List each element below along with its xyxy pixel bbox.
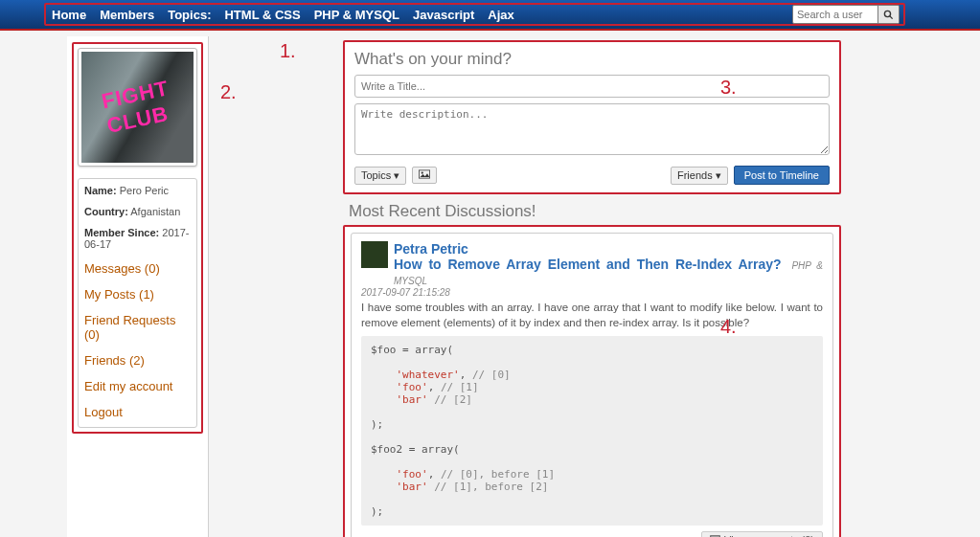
search-wrap	[792, 5, 900, 24]
profile-avatar[interactable]	[78, 48, 197, 167]
link-my-posts[interactable]: My Posts (1)	[84, 287, 191, 302]
discussion-card: Petra Petric How to Remove Array Element…	[351, 233, 833, 537]
svg-line-1	[890, 15, 893, 18]
annotation-3: 3.	[720, 77, 737, 99]
view-comments-button[interactable]: View comments (2)	[701, 531, 823, 537]
nav-topics-label: Topics:	[168, 8, 211, 22]
composer-heading: What's on your mind?	[354, 50, 830, 69]
top-navbar: Home Members Topics: HTML & CSS PHP & MY…	[0, 0, 980, 31]
profile-name-row: Name: Pero Peric	[84, 185, 191, 196]
link-messages[interactable]: Messages (0)	[84, 261, 191, 276]
nav-php-mysql[interactable]: PHP & MYSQL	[314, 8, 399, 22]
topics-dropdown[interactable]: Topics ▾	[354, 167, 406, 185]
discussion-timestamp: 2017-09-07 21:15:28	[361, 287, 823, 298]
post-button[interactable]: Post to Timeline	[734, 166, 830, 185]
annotation-box-4: Petra Petric How to Remove Array Element…	[343, 225, 841, 537]
title-input[interactable]	[354, 75, 830, 98]
left-column: Name: Pero Peric Country: Afganistan Mem…	[67, 36, 209, 537]
search-input[interactable]	[792, 5, 878, 24]
profile-info-card: Name: Pero Peric Country: Afganistan Mem…	[78, 178, 197, 428]
profile-since-row: Member Since: 2017-06-17	[84, 227, 191, 250]
profile-country-label: Country:	[84, 206, 128, 217]
discussion-body: I have some troubles with an array. I ha…	[361, 301, 823, 330]
composer-box: What's on your mind? Topics ▾ Friends ▾ …	[343, 40, 841, 194]
nav-members[interactable]: Members	[100, 8, 154, 22]
annotation-2: 2.	[220, 81, 237, 103]
image-icon	[419, 169, 430, 179]
link-logout[interactable]: Logout	[84, 405, 191, 419]
composer-controls: Topics ▾ Friends ▾ Post to Timeline	[354, 166, 830, 185]
annotation-1: 1.	[280, 40, 296, 62]
discussion-author[interactable]: Petra Petric	[394, 241, 823, 257]
nav-links: Home Members Topics: HTML & CSS PHP & MY…	[52, 8, 514, 22]
nav-home[interactable]: Home	[52, 8, 86, 22]
nav-javascript[interactable]: Javascript	[413, 8, 474, 22]
annotation-box-2: Name: Pero Peric Country: Afganistan Mem…	[72, 42, 203, 434]
profile-country-row: Country: Afganistan	[84, 206, 191, 217]
code-block: $foo = array( 'whatever', // [0] 'foo', …	[361, 336, 823, 526]
main-column: What's on your mind? Topics ▾ Friends ▾ …	[343, 36, 841, 537]
nav-ajax[interactable]: Ajax	[488, 8, 513, 22]
svg-point-0	[884, 11, 890, 16]
link-friend-requests[interactable]: Friend Requests (0)	[84, 313, 191, 342]
link-friends[interactable]: Friends (2)	[84, 353, 191, 368]
search-button[interactable]	[878, 5, 900, 24]
image-button[interactable]	[412, 167, 437, 184]
friends-dropdown[interactable]: Friends ▾	[671, 167, 728, 185]
search-icon	[883, 10, 894, 20]
description-textarea[interactable]	[354, 103, 830, 155]
profile-name-value: Pero Peric	[120, 185, 169, 196]
profile-links: Messages (0) My Posts (1) Friend Request…	[84, 261, 191, 419]
annotation-4: 4.	[720, 316, 737, 338]
link-edit-account[interactable]: Edit my account	[84, 379, 191, 393]
svg-point-3	[422, 171, 423, 173]
profile-since-label: Member Since:	[84, 227, 159, 238]
profile-country-value: Afganistan	[130, 206, 180, 217]
nav-html-css[interactable]: HTML & CSS	[224, 8, 300, 22]
profile-name-label: Name:	[84, 185, 117, 196]
section-title: Most Recent Discussions!	[349, 202, 841, 221]
discussion-avatar[interactable]	[361, 241, 388, 268]
discussion-title[interactable]: How to Remove Array Element and Then Re-…	[394, 257, 823, 287]
avatar-image	[81, 52, 194, 163]
